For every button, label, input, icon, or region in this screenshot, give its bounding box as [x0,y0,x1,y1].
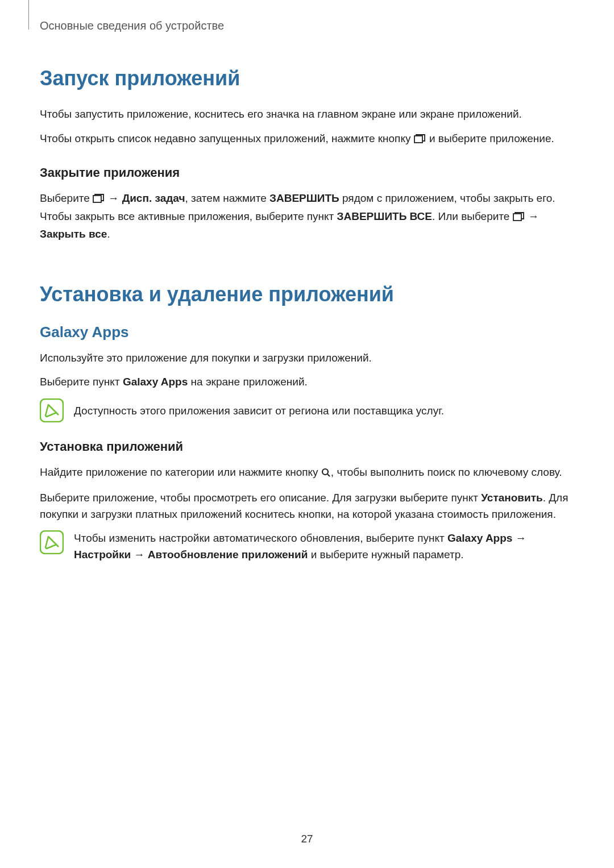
svg-rect-7 [40,531,63,554]
paragraph: Чтобы открыть список недавно запущенных … [40,131,574,149]
text-bold: Автообновление приложений [148,549,308,560]
text-bold: Galaxy Apps [447,532,512,544]
text: Чтобы изменить настройки автоматического… [74,532,447,544]
svg-line-6 [327,474,330,476]
document-page: Основные сведения об устройстве Запуск п… [0,0,614,563]
svg-point-5 [322,469,328,475]
text: Выберите приложение, чтобы просмотреть е… [40,492,481,504]
text: → [131,549,148,560]
recent-apps-icon [93,192,105,209]
svg-line-8 [56,544,59,547]
note-block: Доступность этого приложения зависит от … [40,398,574,422]
note-block: Чтобы изменить настройки автоматического… [40,530,574,563]
text: и выберите приложение. [426,132,554,144]
text: , чтобы выполнить поиск по ключевому сло… [331,466,562,478]
note-icon [40,398,64,422]
section-heading-launch-apps: Запуск приложений [40,67,574,90]
text: . Или выберите [432,210,513,222]
text-bold: Дисп. задач [122,192,185,204]
note-icon [40,530,64,554]
recent-apps-icon [414,132,426,149]
section-heading-install-remove-apps: Установка и удаление приложений [40,283,574,306]
text: Выберите пункт [40,376,123,388]
text: Выберите [40,192,93,204]
recent-apps-icon [513,210,525,227]
note-text: Доступность этого приложения зависит от … [74,398,444,420]
text: → [105,192,122,204]
subsection-heading-galaxy-apps: Galaxy Apps [40,323,574,341]
svg-rect-1 [93,196,101,202]
text-bold: ЗАВЕРШИТЬ ВСЕ [337,210,432,222]
paragraph: Чтобы запустить приложение, коснитесь ег… [40,106,574,123]
text: на экране приложений. [188,376,308,388]
text: Найдите приложение по категории или нажм… [40,466,321,478]
text-bold: Galaxy Apps [123,376,188,388]
text: и выберите нужный параметр. [308,549,463,560]
paragraph: Используйте это приложение для покупки и… [40,350,574,367]
text-bold: ЗАВЕРШИТЬ [269,192,339,204]
text-bold: Закрыть все [40,228,107,240]
subsection-heading-install-apps: Установка приложений [40,439,574,454]
text: → [525,210,539,222]
svg-rect-3 [40,399,63,422]
page-number: 27 [0,833,614,845]
text: , затем нажмите [185,192,269,204]
paragraph: Найдите приложение по категории или нажм… [40,464,574,483]
subsection-heading-close-app: Закрытие приложения [40,165,574,180]
text-bold: Установить [481,492,543,504]
svg-rect-2 [513,214,521,221]
search-icon [321,466,331,483]
svg-rect-0 [414,136,422,143]
text: → [512,532,526,544]
note-text: Чтобы изменить настройки автоматического… [74,530,574,563]
paragraph: Выберите приложение, чтобы просмотреть е… [40,490,574,522]
paragraph: Выберите пункт Galaxy Apps на экране при… [40,374,574,391]
page-header: Основные сведения об устройстве [40,19,574,32]
text-bold: Настройки [74,549,131,560]
paragraph: Выберите → Дисп. задач, затем нажмите ЗА… [40,190,574,243]
text: . [107,228,110,240]
text: Чтобы открыть список недавно запущенных … [40,132,414,144]
svg-line-4 [56,412,59,415]
